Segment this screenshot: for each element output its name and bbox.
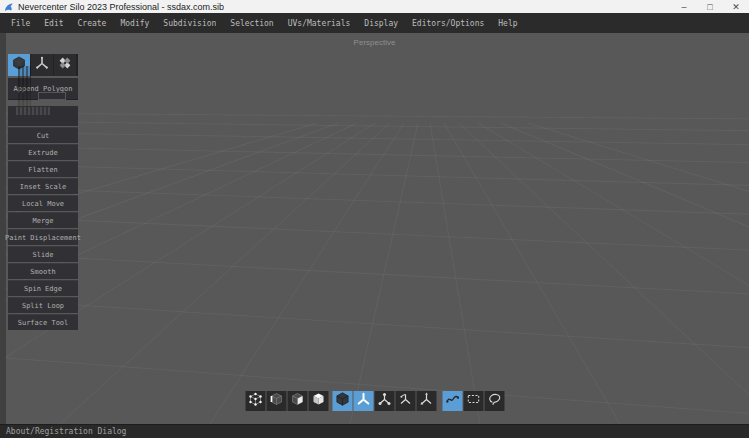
soft-selection-icon xyxy=(445,392,459,410)
tab-polygon-tools[interactable] xyxy=(8,54,30,76)
tool-button-ghost[interactable] xyxy=(8,106,78,126)
tool-button-spin-edge[interactable]: Spin Edge xyxy=(8,280,78,296)
tool-panel: Append Polygon Cut Extrude Flatten Inset… xyxy=(8,54,78,331)
lasso-select-button[interactable] xyxy=(484,391,504,411)
tool-button-smooth[interactable]: Smooth xyxy=(8,263,78,279)
menu-item-create[interactable]: Create xyxy=(78,19,107,28)
menu-item-edit[interactable]: Edit xyxy=(44,19,63,28)
tool-button-merge[interactable]: Merge xyxy=(8,212,78,228)
title-bar: Nevercenter Silo 2023 Professional - ssd… xyxy=(0,0,749,13)
menu-item-file[interactable]: File xyxy=(11,19,30,28)
area-select-button[interactable] xyxy=(463,391,483,411)
scale-manipulator-button[interactable] xyxy=(374,391,394,411)
rotate-manipulator-icon xyxy=(398,392,412,410)
maximize-button[interactable]: □ xyxy=(697,0,723,13)
object-mode-button[interactable] xyxy=(308,391,328,411)
tool-button-cut[interactable]: Cut xyxy=(8,127,78,143)
window-title: Nevercenter Silo 2023 Professional - ssd… xyxy=(18,2,224,12)
uv-tools-icon xyxy=(58,56,72,74)
status-text: About/Registration Dialog xyxy=(6,427,126,436)
tool-panel-tabs xyxy=(8,54,78,76)
selection-toolbar xyxy=(245,391,504,411)
perspective-grid xyxy=(0,33,749,424)
soft-selection-button[interactable] xyxy=(442,391,462,411)
face-mode-icon xyxy=(290,392,304,410)
left-panel-edge xyxy=(0,33,6,424)
minimize-button[interactable]: – xyxy=(671,0,697,13)
lasso-select-icon xyxy=(487,392,501,410)
multi-component-mode-icon xyxy=(335,392,349,410)
universal-manipulator-icon xyxy=(419,392,433,410)
face-mode-button[interactable] xyxy=(287,391,307,411)
menu-item-modify[interactable]: Modify xyxy=(120,19,149,28)
polygon-tools-icon xyxy=(12,56,26,74)
edge-mode-icon xyxy=(269,392,283,410)
viewport-3d[interactable]: Perspective xyxy=(0,33,749,424)
menu-item-subdivision[interactable]: Subdivision xyxy=(163,19,216,28)
tool-button-split-loop[interactable]: Split Loop xyxy=(8,297,78,313)
viewport-camera-label: Perspective xyxy=(0,38,749,47)
menu-item-help[interactable]: Help xyxy=(498,19,517,28)
tool-button-extrude[interactable]: Extrude xyxy=(8,144,78,160)
edge-mode-button[interactable] xyxy=(266,391,286,411)
move-manipulator-icon xyxy=(356,392,370,410)
render-artifact-box xyxy=(38,92,66,100)
tool-button-surface-tool[interactable]: Surface Tool xyxy=(8,314,78,330)
menu-item-editors-options[interactable]: Editors/Options xyxy=(412,19,484,28)
rotate-manipulator-button[interactable] xyxy=(395,391,415,411)
tool-button-slide[interactable]: Slide xyxy=(8,246,78,262)
move-manipulator-button[interactable] xyxy=(353,391,373,411)
scale-manipulator-icon xyxy=(377,392,391,410)
menu-item-uvs-materials[interactable]: UVs/Materials xyxy=(288,19,351,28)
vertex-mode-icon xyxy=(248,392,262,410)
area-select-icon xyxy=(466,392,480,410)
menu-item-display[interactable]: Display xyxy=(364,19,398,28)
manipulator-tools-icon xyxy=(35,56,49,74)
menu-item-selection[interactable]: Selection xyxy=(230,19,273,28)
tool-button-local-move[interactable]: Local Move xyxy=(8,195,78,211)
window-controls: – □ ✕ xyxy=(671,0,749,13)
object-mode-icon xyxy=(311,392,325,410)
universal-manipulator-button[interactable] xyxy=(416,391,436,411)
tool-button-append-polygon[interactable]: Append Polygon xyxy=(8,78,78,100)
vertex-mode-button[interactable] xyxy=(245,391,265,411)
status-bar: About/Registration Dialog xyxy=(0,424,749,438)
tool-button-inset-scale[interactable]: Inset Scale xyxy=(8,178,78,194)
tab-uv-tools[interactable] xyxy=(54,54,76,76)
tool-button-flatten[interactable]: Flatten xyxy=(8,161,78,177)
tab-manipulator-tools[interactable] xyxy=(31,54,53,76)
close-button[interactable]: ✕ xyxy=(723,0,749,13)
tool-button-paint-displacement[interactable]: Paint Displacement xyxy=(8,229,78,245)
menu-bar: File Edit Create Modify Subdivision Sele… xyxy=(0,13,749,33)
render-artifact-ghost-text xyxy=(16,107,50,115)
silo-logo-icon xyxy=(4,2,14,12)
multi-component-mode-button[interactable] xyxy=(332,391,352,411)
